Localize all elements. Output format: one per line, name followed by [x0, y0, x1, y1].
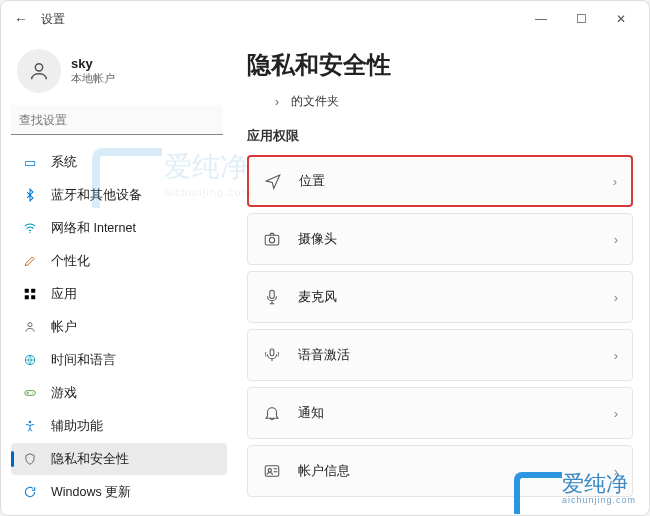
sidebar-item-network[interactable]: 网络和 Internet: [11, 212, 227, 244]
section-label: 应用权限: [247, 128, 633, 145]
app-title: 设置: [41, 11, 65, 28]
maximize-button[interactable]: ☐: [561, 12, 601, 26]
setting-account-info[interactable]: 帐户信息 ›: [247, 445, 633, 497]
sidebar-item-label: 帐户: [51, 319, 77, 336]
voice-icon: [262, 345, 282, 365]
sidebar-item-label: 隐私和安全性: [51, 451, 129, 468]
sidebar-item-privacy[interactable]: 隐私和安全性: [11, 443, 227, 475]
sidebar-item-label: 游戏: [51, 385, 77, 402]
svg-rect-8: [25, 391, 36, 396]
sidebar-item-label: 网络和 Internet: [51, 220, 136, 237]
setting-label: 语音激活: [298, 346, 614, 364]
settings-window: ← 设置 — ☐ ✕ sky 本地帐户 ▭: [0, 0, 650, 516]
sidebar-item-personalization[interactable]: 个性化: [11, 245, 227, 277]
microphone-icon: [262, 287, 282, 307]
svg-rect-4: [25, 295, 29, 299]
chevron-right-icon: ›: [614, 348, 618, 363]
svg-rect-3: [31, 289, 35, 293]
setting-notifications[interactable]: 通知 ›: [247, 387, 633, 439]
sidebar-item-accounts[interactable]: 帐户: [11, 311, 227, 343]
chevron-right-icon: ›: [614, 232, 618, 247]
user-name: sky: [71, 56, 115, 71]
camera-icon: [262, 229, 282, 249]
sidebar-item-label: Windows 更新: [51, 484, 131, 501]
accessibility-icon: [21, 417, 39, 435]
avatar: [17, 49, 61, 93]
content-area: 隐私和安全性 › 的文件夹 应用权限 位置 ›: [231, 37, 649, 515]
setting-label: 麦克风: [298, 288, 614, 306]
chevron-right-icon: ›: [614, 290, 618, 305]
sidebar-item-apps[interactable]: 应用: [11, 278, 227, 310]
user-subtitle: 本地帐户: [71, 71, 115, 86]
sidebar: sky 本地帐户 ▭ 系统 蓝牙和其他设备: [1, 37, 231, 515]
chevron-right-icon: ›: [613, 174, 617, 189]
svg-rect-2: [25, 289, 29, 293]
chevron-right-icon: ›: [614, 464, 618, 479]
account-card-icon: [262, 461, 282, 481]
setting-label: 通知: [298, 404, 614, 422]
shield-icon: [21, 450, 39, 468]
person-icon: [21, 318, 39, 336]
svg-point-9: [32, 392, 33, 393]
setting-microphone[interactable]: 麦克风 ›: [247, 271, 633, 323]
update-icon: [21, 483, 39, 501]
sidebar-item-label: 时间和语言: [51, 352, 116, 369]
setting-voice-activation[interactable]: 语音激活 ›: [247, 329, 633, 381]
svg-rect-14: [270, 349, 274, 356]
apps-icon: [21, 285, 39, 303]
sidebar-item-time-language[interactable]: 时间和语言: [11, 344, 227, 376]
minimize-button[interactable]: —: [521, 12, 561, 26]
sidebar-item-label: 个性化: [51, 253, 90, 270]
globe-icon: [21, 351, 39, 369]
svg-rect-11: [265, 235, 279, 245]
page-title: 隐私和安全性: [247, 49, 633, 81]
sidebar-item-label: 系统: [51, 154, 77, 171]
setting-label: 摄像头: [298, 230, 614, 248]
location-icon: [263, 171, 283, 191]
sidebar-item-label: 辅助功能: [51, 418, 103, 435]
sidebar-item-bluetooth[interactable]: 蓝牙和其他设备: [11, 179, 227, 211]
sidebar-item-system[interactable]: ▭ 系统: [11, 146, 227, 178]
chevron-right-icon: ›: [275, 95, 279, 109]
setting-label: 帐户信息: [298, 462, 614, 480]
folder-line-item[interactable]: › 的文件夹: [247, 89, 633, 120]
sidebar-item-gaming[interactable]: 游戏: [11, 377, 227, 409]
back-button[interactable]: ←: [9, 11, 33, 27]
svg-point-12: [269, 238, 274, 243]
sidebar-item-label: 应用: [51, 286, 77, 303]
user-account-row[interactable]: sky 本地帐户: [7, 45, 231, 105]
titlebar: ← 设置 — ☐ ✕: [1, 1, 649, 37]
folder-line-label: 的文件夹: [291, 93, 339, 110]
setting-label: 位置: [299, 172, 613, 190]
sidebar-item-label: 蓝牙和其他设备: [51, 187, 142, 204]
svg-point-0: [35, 64, 42, 71]
search-input[interactable]: [11, 105, 223, 135]
sidebar-item-windows-update[interactable]: Windows 更新: [11, 476, 227, 507]
setting-location[interactable]: 位置 ›: [247, 155, 633, 207]
svg-rect-5: [31, 295, 35, 299]
nav-list: ▭ 系统 蓝牙和其他设备 网络和 Internet: [7, 145, 231, 507]
svg-point-16: [268, 469, 271, 472]
wifi-icon: [21, 219, 39, 237]
gamepad-icon: [21, 384, 39, 402]
display-icon: ▭: [21, 153, 39, 171]
chevron-right-icon: ›: [614, 406, 618, 421]
setting-camera[interactable]: 摄像头 ›: [247, 213, 633, 265]
svg-point-1: [29, 232, 30, 233]
svg-point-10: [29, 421, 31, 423]
bell-icon: [262, 403, 282, 423]
close-button[interactable]: ✕: [601, 12, 641, 26]
bluetooth-icon: [21, 186, 39, 204]
svg-rect-13: [270, 290, 275, 298]
svg-point-6: [28, 323, 32, 327]
sidebar-item-accessibility[interactable]: 辅助功能: [11, 410, 227, 442]
paintbrush-icon: [21, 252, 39, 270]
